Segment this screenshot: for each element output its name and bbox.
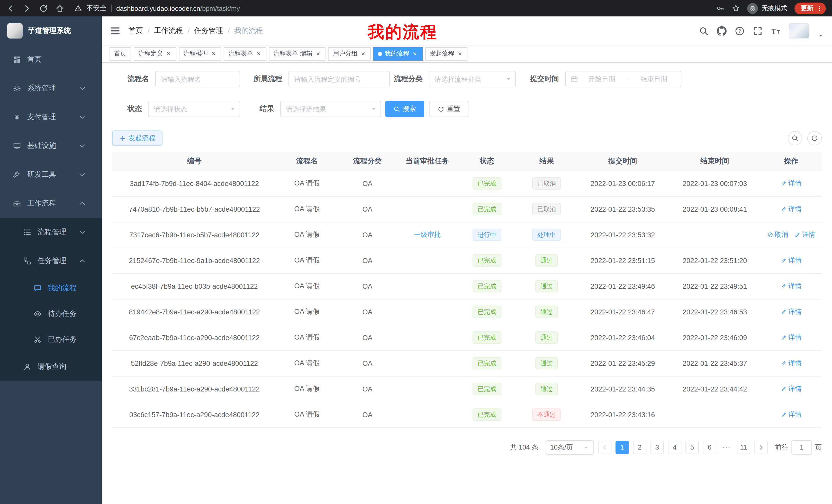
detail-link[interactable]: 详情 xyxy=(794,230,815,240)
breadcrumb-item[interactable]: 工作流程 xyxy=(154,26,183,35)
fullscreen-icon[interactable] xyxy=(753,26,762,36)
status-select[interactable] xyxy=(148,101,240,117)
home-icon[interactable] xyxy=(55,4,64,12)
filter-process-name: 流程名 xyxy=(128,71,240,87)
sidebar-item-infrastructure[interactable]: 基础设施 xyxy=(0,132,102,160)
sidebar-item-workflow[interactable]: 工作流程 xyxy=(0,189,102,218)
page-button-4[interactable]: 4 xyxy=(668,441,681,454)
cell-id: 7317cec6-7b9b-11ec-b5b7-acde48001122 xyxy=(112,222,277,248)
status-select-input[interactable] xyxy=(148,101,240,117)
search-icon[interactable] xyxy=(699,26,709,36)
sidebar-item-my-process[interactable]: 我的流程 xyxy=(0,275,102,301)
page-size-select[interactable]: 10条/页 xyxy=(546,440,594,454)
process-definition-input[interactable] xyxy=(288,71,390,87)
detail-link[interactable]: 详情 xyxy=(781,333,802,342)
detail-link[interactable]: 详情 xyxy=(781,204,802,214)
sidebar-item-task-mgmt[interactable]: 任务管理 xyxy=(0,247,102,275)
next-page-button[interactable] xyxy=(754,441,768,454)
update-button[interactable]: 更新 xyxy=(795,2,826,14)
detail-link[interactable]: 详情 xyxy=(781,410,802,419)
browser-menu-icon[interactable] xyxy=(816,5,823,11)
cell-end-time: 2022-01-22 23:46:09 xyxy=(669,325,760,351)
cell-current-task xyxy=(397,351,457,376)
address-separator xyxy=(111,5,111,12)
sidebar-item-home[interactable]: 首页 xyxy=(0,45,102,74)
close-icon[interactable]: × xyxy=(256,50,261,58)
close-icon[interactable]: × xyxy=(412,50,418,58)
back-icon[interactable] xyxy=(6,4,15,12)
cell-result: 通过 xyxy=(517,299,576,325)
close-icon[interactable]: × xyxy=(360,50,366,58)
page-button-5[interactable]: 5 xyxy=(685,441,699,454)
page-ellipsis[interactable]: ··· xyxy=(721,443,733,451)
page-button-6[interactable]: 6 xyxy=(703,441,716,454)
action-label: 详情 xyxy=(788,204,802,214)
process-name-input[interactable] xyxy=(155,71,240,87)
detail-link[interactable]: 详情 xyxy=(781,179,802,188)
sidebar-item-process-mgmt[interactable]: 流程管理 xyxy=(0,218,102,247)
close-icon[interactable]: × xyxy=(457,50,463,58)
cell-submit-time: 2022-01-22 23:49:46 xyxy=(576,273,669,299)
tab-start-process[interactable]: 发起流程× xyxy=(425,47,467,60)
detail-link[interactable]: 详情 xyxy=(781,384,802,394)
reset-button[interactable]: 重置 xyxy=(430,101,468,117)
avatar[interactable] xyxy=(789,23,809,38)
sidebar-item-payment[interactable]: ¥支付管理 xyxy=(0,103,102,132)
close-icon[interactable]: × xyxy=(211,50,216,58)
refresh-table-button[interactable] xyxy=(807,131,822,145)
detail-link[interactable]: 详情 xyxy=(781,307,802,316)
breadcrumb-item[interactable]: 任务管理 xyxy=(194,26,223,35)
result-select-input[interactable] xyxy=(280,101,381,117)
fontsize-icon[interactable]: TT xyxy=(771,26,781,36)
tab-process-model[interactable]: 流程模型× xyxy=(179,47,221,60)
cancel-link[interactable]: 取消 xyxy=(767,230,788,240)
category-select[interactable] xyxy=(429,71,516,87)
tab-my-process[interactable]: 我的流程× xyxy=(373,47,422,60)
cell-actions: 详情 xyxy=(760,171,822,196)
forward-icon[interactable] xyxy=(23,4,31,12)
sidebar-item-todo-tasks[interactable]: 待办任务 xyxy=(0,301,102,327)
current-task-link[interactable]: 一级审批 xyxy=(414,230,441,240)
bookmark-star-icon[interactable] xyxy=(732,4,740,12)
cell-submit-time: 2022-01-22 23:46:04 xyxy=(576,325,669,351)
page-button-3[interactable]: 3 xyxy=(650,441,664,454)
tab-process-form-edit[interactable]: 流程表单-编辑× xyxy=(269,47,326,60)
address-bar[interactable]: 不安全 dashboard.yudao.iocoder.cn/bpm/task/… xyxy=(75,4,716,13)
tab-process-form[interactable]: 流程表单× xyxy=(224,47,266,60)
incognito-badge: 无痕模式 xyxy=(747,3,787,13)
create-process-button[interactable]: 发起流程 xyxy=(112,131,162,146)
prev-page-button[interactable] xyxy=(598,441,612,454)
close-icon[interactable]: × xyxy=(315,50,321,58)
key-icon[interactable] xyxy=(716,4,725,12)
sidebar-item-done-tasks[interactable]: 已办任务 xyxy=(0,327,102,353)
sidebar-item-leave-query[interactable]: 请假查询 xyxy=(0,353,102,381)
caret-down-icon[interactable] xyxy=(817,32,824,38)
reload-icon[interactable] xyxy=(39,4,48,12)
cell-actions: 详情 xyxy=(760,196,822,222)
detail-link[interactable]: 详情 xyxy=(781,256,802,265)
tab-process-def[interactable]: 流程定义× xyxy=(134,47,176,60)
page-button-1[interactable]: 1 xyxy=(616,441,629,454)
tab-home[interactable]: 首页 xyxy=(109,47,131,60)
page-button-11[interactable]: 11 xyxy=(737,441,750,454)
filter-label: 结果 xyxy=(260,104,274,114)
sidebar-item-system[interactable]: 系统管理 xyxy=(0,74,102,103)
close-icon[interactable]: × xyxy=(165,50,172,58)
tab-user-group[interactable]: 用户分组× xyxy=(328,47,371,60)
github-icon[interactable] xyxy=(717,26,727,36)
search-button[interactable]: 搜索 xyxy=(385,101,424,117)
category-select-input[interactable] xyxy=(429,71,516,87)
sidebar-item-devtools[interactable]: 研发工具 xyxy=(0,160,102,189)
app-logo[interactable]: 芋道管理系统 xyxy=(0,17,102,45)
detail-link[interactable]: 详情 xyxy=(781,282,802,291)
page-button-2[interactable]: 2 xyxy=(633,441,646,454)
result-badge: 不通过 xyxy=(532,409,561,421)
result-select[interactable] xyxy=(280,101,381,117)
breadcrumb-item[interactable]: 首页 xyxy=(129,26,143,35)
help-icon[interactable]: ? xyxy=(735,26,745,36)
submit-time-range-picker[interactable]: 开始日期 - 结束日期 xyxy=(565,71,681,87)
goto-page-input[interactable] xyxy=(791,440,812,454)
search-toggle-button[interactable] xyxy=(788,131,802,145)
detail-link[interactable]: 详情 xyxy=(781,359,802,368)
hamburger-icon[interactable] xyxy=(110,26,120,36)
